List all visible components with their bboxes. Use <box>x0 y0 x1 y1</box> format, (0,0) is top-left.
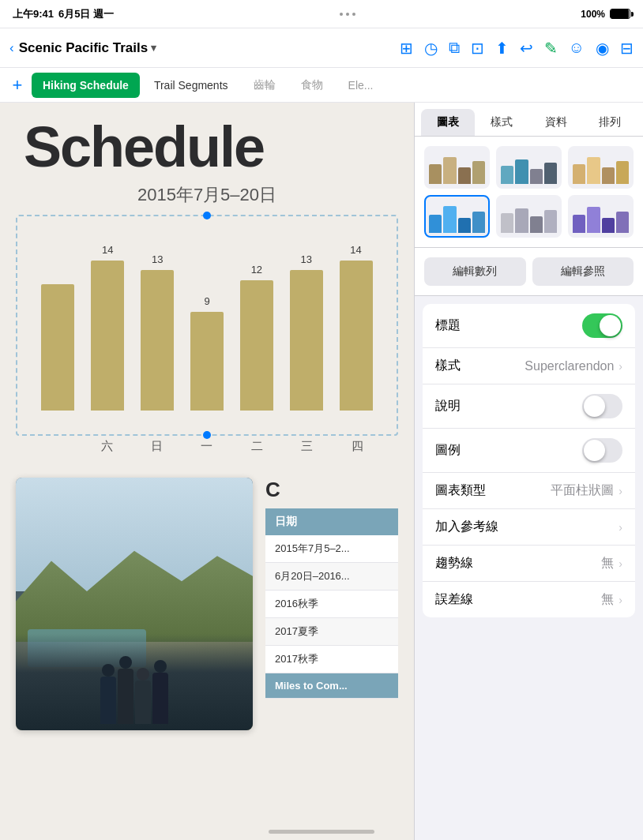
bar-group-0 <box>33 279 83 411</box>
tab-ele[interactable]: Ele... <box>337 73 385 98</box>
title-chevron-icon: ▾ <box>151 42 156 54</box>
panel-tab-data[interactable]: 資料 <box>529 109 583 136</box>
back-button[interactable]: ‹ <box>9 40 14 56</box>
bar-value-5: 13 <box>300 253 311 265</box>
toggle-legend[interactable] <box>582 438 622 463</box>
settings-row-trend-line[interactable]: 趨勢線 無 › <box>423 546 635 582</box>
table-row[interactable]: 2015年7月5–2... <box>265 535 398 563</box>
document-title[interactable]: Scenic Pacific Trails ▾ <box>19 40 156 56</box>
bookmark-icon[interactable]: ⊟ <box>620 39 634 58</box>
chart-date-label: 2015年7月5–20日 <box>16 183 398 207</box>
bar-6 <box>340 261 373 411</box>
table-cell: Miles to Com... <box>265 673 398 699</box>
layers-icon[interactable]: ⧉ <box>449 39 460 57</box>
undo-icon[interactable]: ↩ <box>520 39 533 58</box>
chart-thumb-3[interactable] <box>424 195 490 238</box>
table-icon[interactable]: ⊞ <box>400 39 413 58</box>
chart-handle-top[interactable] <box>203 212 211 219</box>
settings-row-legend: 圖例 <box>423 429 635 473</box>
chevron-ref-line-icon: › <box>619 521 622 534</box>
bar-group-5: 13 <box>281 253 331 411</box>
image-icon[interactable]: ⊡ <box>471 39 484 58</box>
clock-icon[interactable]: ◷ <box>424 39 438 58</box>
status-date: 6月5日 週一 <box>58 7 114 21</box>
toolbar: ‹ Scenic Pacific Trails ▾ ⊞ ◷ ⧉ ⊡ ⬆ ↩ ✎ … <box>0 28 643 68</box>
settings-row-chart-type[interactable]: 圖表類型 平面柱狀圖 › <box>423 473 635 509</box>
settings-value-chart-type: 平面柱狀圖 <box>551 482 614 499</box>
person-1 <box>100 664 116 724</box>
chart-thumb-0[interactable] <box>424 146 490 189</box>
tab-trail-segments[interactable]: Trail Segments <box>143 73 239 98</box>
panel-tab-style[interactable]: 樣式 <box>475 109 528 136</box>
add-tab-button[interactable]: + <box>6 74 28 96</box>
chart-thumb-5[interactable] <box>568 195 634 238</box>
chart-section[interactable]: 2015年7月5–20日 14 13 <box>0 175 414 454</box>
tab-gear[interactable]: 齒輪 <box>243 73 287 98</box>
settings-row-ref-line[interactable]: 加入參考線 › <box>423 509 635 546</box>
settings-label-title: 標題 <box>435 317 582 334</box>
settings-label-description: 說明 <box>435 398 582 414</box>
chart-container[interactable]: 14 13 9 12 <box>16 215 398 436</box>
bar-value-4: 12 <box>251 264 262 276</box>
status-bar: 上午9:41 6月5日 週一 100% <box>0 0 643 28</box>
bottom-section: C 日期 2015年7月5–2... 6月20日–2016... <box>0 462 414 746</box>
edit-series-button[interactable]: 編輯數列 <box>424 257 526 286</box>
table-row[interactable]: Miles to Com... <box>265 673 398 699</box>
table-area: C 日期 2015年7月5–2... 6月20日–2016... <box>265 478 398 730</box>
edit-reference-button[interactable]: 編輯參照 <box>532 257 634 286</box>
settings-label-style: 樣式 <box>435 358 525 374</box>
toggle-description[interactable] <box>582 394 622 418</box>
home-indicator <box>269 830 374 834</box>
panel-tab-arrange[interactable]: 排列 <box>583 109 637 136</box>
tab-hiking-schedule[interactable]: Hiking Schedule <box>32 73 140 98</box>
table-row[interactable]: 2017夏季 <box>265 618 398 646</box>
status-bar-dots <box>340 13 355 16</box>
toggle-title[interactable] <box>582 313 622 338</box>
chevron-chart-type-icon: › <box>619 485 622 497</box>
bar-group-6: 14 <box>331 244 381 411</box>
schedule-title: Schedule <box>24 118 390 175</box>
share-icon[interactable]: ⬆ <box>495 39 509 58</box>
chart-handle-bottom[interactable] <box>203 431 211 439</box>
panel-tab-chart[interactable]: 圖表 <box>421 109 475 136</box>
chart-thumb-1[interactable] <box>496 146 562 189</box>
chart-thumb-4[interactable] <box>496 195 562 238</box>
bar-1 <box>91 261 124 411</box>
settings-row-title: 標題 <box>423 304 635 348</box>
settings-row-error-bar[interactable]: 誤差線 無 › <box>423 582 635 617</box>
status-bar-left: 上午9:41 6月5日 週一 <box>13 7 114 21</box>
x-label-6: 四 <box>333 439 382 454</box>
main-layout: Schedule 2015年7月5–20日 14 <box>0 103 643 840</box>
x-label-5: 三 <box>282 439 332 454</box>
settings-row-style[interactable]: 樣式 Superclarendon › <box>423 348 635 384</box>
settings-row-description: 說明 <box>423 384 635 429</box>
bar-0 <box>41 284 74 411</box>
settings-section: 標題 樣式 Superclarendon › 說明 圖例 <box>423 304 635 617</box>
battery-percent: 100% <box>581 9 605 20</box>
table-row[interactable]: 6月20日–2016... <box>265 563 398 591</box>
status-bar-right: 100% <box>581 9 630 20</box>
edit-buttons: 編輯數列 編輯參照 <box>415 248 643 296</box>
table-cell: 2017秋季 <box>265 646 398 673</box>
chart-thumb-2[interactable] <box>568 146 634 189</box>
bar-group-2: 13 <box>133 253 182 411</box>
settings-value-trend-line: 無 <box>601 555 614 572</box>
settings-label-ref-line: 加入參考線 <box>435 519 619 535</box>
bar-value-2: 13 <box>152 253 163 265</box>
toggle-knob-description <box>584 396 605 417</box>
tabs-bar: + Hiking Schedule Trail Segments 齒輪 食物 E… <box>0 68 643 103</box>
table-cell: 2017夏季 <box>265 618 398 646</box>
panel-tabs: 圖表 樣式 資料 排列 <box>415 103 643 137</box>
bar-value-6: 14 <box>350 244 361 256</box>
bar-4 <box>240 280 273 411</box>
pencil-icon[interactable]: ✎ <box>544 39 558 58</box>
x-label-4: 二 <box>232 439 282 454</box>
toolbar-right: ⊞ ◷ ⧉ ⊡ ⬆ ↩ ✎ ☺ ◉ ⊟ <box>400 39 634 58</box>
chart-thumbnails <box>415 137 643 248</box>
bubble-icon[interactable]: ◉ <box>596 39 609 58</box>
tab-food[interactable]: 食物 <box>290 73 334 98</box>
bar-3 <box>190 312 224 411</box>
smiley-icon[interactable]: ☺ <box>569 39 585 57</box>
table-row[interactable]: 2017秋季 <box>265 646 398 673</box>
table-row[interactable]: 2016秋季 <box>265 591 398 618</box>
